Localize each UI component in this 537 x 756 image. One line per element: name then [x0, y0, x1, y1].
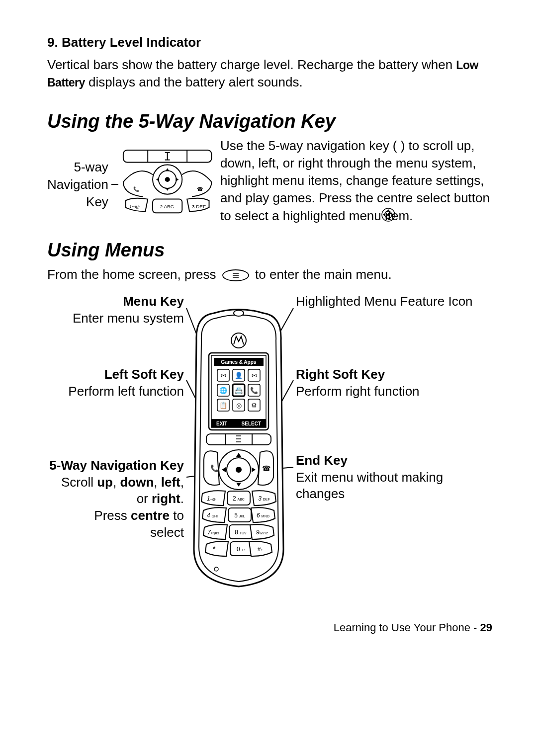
nav-label-1: 5-way [74, 160, 108, 174]
svg-text:2 ABC: 2 ABC [160, 204, 174, 210]
svg-text:SELECT: SELECT [242, 421, 261, 426]
svg-text:⚙: ⚙ [251, 402, 257, 409]
nav-paragraph: Use the 5-way navigation key ( ) to scro… [216, 137, 492, 224]
svg-text:3 DEF: 3 DEF [192, 204, 206, 210]
page-footer: Learning to Use Your Phone - 29 [47, 621, 492, 634]
phone-illustration: Games & Apps ✉ 👤 ✉ 🌐 📇 [47, 293, 495, 591]
svg-text:📞: 📞 [133, 186, 139, 192]
nav-left: 5-way Navigation Key [47, 137, 216, 222]
svg-text:✉: ✉ [221, 372, 226, 379]
svg-text:🌐: 🌐 [219, 386, 228, 395]
svg-point-72 [236, 467, 242, 473]
menus-intro-pre: From the home screen, press [47, 267, 220, 282]
svg-text:☎: ☎ [262, 464, 270, 472]
svg-text:📋: 📋 [219, 401, 228, 410]
svg-point-9 [165, 177, 170, 182]
svg-text:📇: 📇 [235, 386, 243, 395]
svg-marker-26 [392, 213, 394, 216]
svg-text:EXIT: EXIT [216, 421, 227, 426]
footer-text: Learning to Use Your Phone - [334, 621, 480, 634]
svg-marker-25 [383, 213, 385, 216]
nav-label-3: Key [86, 194, 108, 209]
svg-text:Games & Apps: Games & Apps [221, 359, 257, 365]
menus-heading: Using Menus [47, 240, 492, 261]
nav-pointer-line [111, 174, 118, 194]
nav-key-label: 5-way Navigation Key [47, 159, 108, 211]
svg-marker-12 [156, 177, 159, 181]
nav-para-text: Use the 5-way navigation key ( ) to scro… [220, 138, 490, 223]
svg-point-37 [234, 310, 244, 316]
svg-text:☎: ☎ [197, 186, 203, 192]
nav-keypad-illustration: 📞 ☎ 1~@ 2 ABC 3 DEF [118, 147, 216, 222]
svg-marker-13 [176, 177, 179, 181]
menu-key-icon [222, 269, 250, 282]
nav-block: 5-way Navigation Key [47, 137, 492, 224]
svg-text:📞: 📞 [250, 386, 259, 395]
svg-text:◎: ◎ [236, 402, 242, 409]
nav-heading: Using the 5-Way Navigation Key [47, 111, 492, 132]
svg-marker-10 [165, 168, 169, 171]
footer-page: 29 [480, 621, 492, 634]
menus-intro: From the home screen, press to enter the… [47, 266, 492, 283]
nav-label-2: Navigation [47, 177, 108, 192]
svg-marker-24 [387, 218, 390, 220]
menus-intro-post: to enter the main menu. [255, 267, 392, 282]
svg-text:✉: ✉ [252, 372, 257, 379]
svg-point-22 [387, 213, 389, 216]
section-9-heading: 9. Battery Level Indicator [47, 35, 492, 50]
svg-marker-11 [165, 188, 169, 191]
nav-key-icon [380, 207, 396, 223]
body-pre: Vertical bars show the battery charge le… [47, 57, 456, 72]
svg-text:👤: 👤 [235, 371, 243, 380]
svg-text:📞: 📞 [210, 464, 219, 473]
body-post: displays and the battery alert sounds. [85, 75, 303, 89]
phone-diagram: Menu Key Enter menu system Left Soft Key… [47, 293, 492, 591]
section-9-body: Vertical bars show the battery charge le… [47, 56, 492, 91]
svg-text:1~@: 1~@ [129, 204, 139, 210]
svg-marker-23 [387, 209, 390, 211]
